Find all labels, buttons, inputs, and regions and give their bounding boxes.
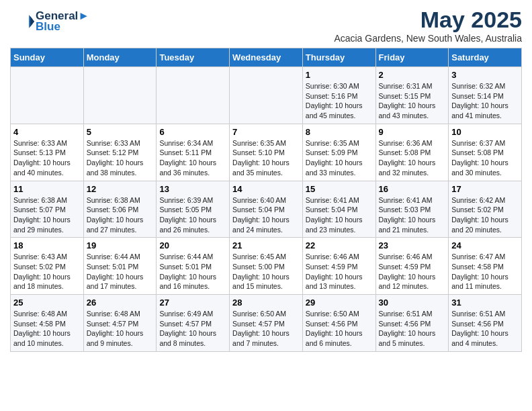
day-number: 3 (451, 70, 519, 80)
calendar-cell: 27Sunrise: 6:49 AM Sunset: 4:57 PM Dayli… (157, 295, 230, 352)
day-number: 21 (232, 240, 300, 250)
calendar-cell: 24Sunrise: 6:47 AM Sunset: 4:58 PM Dayli… (449, 238, 522, 295)
calendar-cell: 22Sunrise: 6:46 AM Sunset: 4:59 PM Dayli… (302, 238, 375, 295)
day-info: Sunrise: 6:31 AM Sunset: 5:15 PM Dayligh… (379, 81, 446, 121)
calendar-cell (230, 67, 303, 124)
dow-header-tuesday: Tuesday (157, 48, 230, 67)
day-info: Sunrise: 6:33 AM Sunset: 5:12 PM Dayligh… (87, 138, 154, 178)
day-info: Sunrise: 6:51 AM Sunset: 4:56 PM Dayligh… (451, 309, 519, 349)
calendar-cell: 9Sunrise: 6:36 AM Sunset: 5:08 PM Daylig… (375, 124, 449, 181)
calendar-cell: 11Sunrise: 6:38 AM Sunset: 5:07 PM Dayli… (11, 181, 84, 238)
calendar-cell: 26Sunrise: 6:48 AM Sunset: 4:57 PM Dayli… (83, 295, 157, 352)
day-number: 4 (13, 127, 81, 137)
day-info: Sunrise: 6:44 AM Sunset: 5:01 PM Dayligh… (159, 252, 226, 291)
day-info: Sunrise: 6:45 AM Sunset: 5:00 PM Dayligh… (232, 252, 300, 291)
week-row-3: 11Sunrise: 6:38 AM Sunset: 5:07 PM Dayli… (11, 181, 522, 238)
day-info: Sunrise: 6:48 AM Sunset: 4:57 PM Dayligh… (87, 309, 154, 349)
day-number: 30 (379, 298, 446, 308)
day-info: Sunrise: 6:32 AM Sunset: 5:14 PM Dayligh… (451, 81, 519, 121)
day-number: 17 (451, 184, 519, 194)
week-row-2: 4Sunrise: 6:33 AM Sunset: 5:13 PM Daylig… (11, 124, 522, 181)
dow-header-saturday: Saturday (449, 48, 522, 67)
calendar-cell: 8Sunrise: 6:35 AM Sunset: 5:09 PM Daylig… (302, 124, 375, 181)
calendar-cell: 20Sunrise: 6:44 AM Sunset: 5:01 PM Dayli… (157, 238, 230, 295)
subtitle: Acacia Gardens, New South Wales, Austral… (334, 33, 522, 44)
day-info: Sunrise: 6:36 AM Sunset: 5:08 PM Dayligh… (379, 138, 446, 178)
day-info: Sunrise: 6:33 AM Sunset: 5:13 PM Dayligh… (13, 138, 81, 178)
day-info: Sunrise: 6:46 AM Sunset: 4:59 PM Dayligh… (306, 252, 373, 291)
day-number: 10 (451, 127, 519, 137)
calendar-cell: 10Sunrise: 6:37 AM Sunset: 5:08 PM Dayli… (449, 124, 522, 181)
day-number: 13 (159, 184, 226, 194)
day-number: 22 (306, 240, 373, 250)
calendar-cell: 14Sunrise: 6:40 AM Sunset: 5:04 PM Dayli… (230, 181, 303, 238)
day-number: 14 (232, 184, 300, 194)
day-number: 16 (379, 184, 446, 194)
day-number: 12 (87, 184, 154, 194)
day-number: 24 (451, 240, 519, 250)
main-title: May 2025 (334, 7, 522, 33)
calendar-cell: 23Sunrise: 6:46 AM Sunset: 4:59 PM Dayli… (375, 238, 449, 295)
calendar-cell: 5Sunrise: 6:33 AM Sunset: 5:12 PM Daylig… (83, 124, 157, 181)
header-row: SundayMondayTuesdayWednesdayThursdayFrid… (11, 48, 522, 67)
day-number: 23 (379, 240, 446, 250)
calendar-cell: 16Sunrise: 6:41 AM Sunset: 5:03 PM Dayli… (375, 181, 449, 238)
day-info: Sunrise: 6:40 AM Sunset: 5:04 PM Dayligh… (232, 195, 300, 235)
header-container: General► Blue May 2025 Acacia Gardens, N… (10, 7, 522, 44)
day-info: Sunrise: 6:38 AM Sunset: 5:06 PM Dayligh… (87, 195, 154, 235)
day-number: 15 (306, 184, 373, 194)
title-section: May 2025 Acacia Gardens, New South Wales… (334, 7, 522, 44)
calendar-cell: 15Sunrise: 6:41 AM Sunset: 5:04 PM Dayli… (302, 181, 375, 238)
day-number: 18 (13, 240, 81, 250)
calendar-cell: 25Sunrise: 6:48 AM Sunset: 4:58 PM Dayli… (11, 295, 84, 352)
calendar-cell: 13Sunrise: 6:39 AM Sunset: 5:05 PM Dayli… (157, 181, 230, 238)
day-info: Sunrise: 6:50 AM Sunset: 4:57 PM Dayligh… (232, 309, 300, 349)
day-info: Sunrise: 6:41 AM Sunset: 5:03 PM Dayligh… (379, 195, 446, 235)
dow-header-sunday: Sunday (11, 48, 84, 67)
day-number: 6 (159, 127, 226, 137)
calendar-cell: 6Sunrise: 6:34 AM Sunset: 5:11 PM Daylig… (157, 124, 230, 181)
day-info: Sunrise: 6:35 AM Sunset: 5:09 PM Dayligh… (306, 138, 373, 178)
day-info: Sunrise: 6:37 AM Sunset: 5:08 PM Dayligh… (451, 138, 519, 178)
calendar-cell: 21Sunrise: 6:45 AM Sunset: 5:00 PM Dayli… (230, 238, 303, 295)
day-info: Sunrise: 6:51 AM Sunset: 4:56 PM Dayligh… (379, 309, 446, 349)
calendar-cell: 18Sunrise: 6:43 AM Sunset: 5:02 PM Dayli… (11, 238, 84, 295)
day-info: Sunrise: 6:44 AM Sunset: 5:01 PM Dayligh… (87, 252, 154, 291)
calendar-cell: 28Sunrise: 6:50 AM Sunset: 4:57 PM Dayli… (230, 295, 303, 352)
week-row-4: 18Sunrise: 6:43 AM Sunset: 5:02 PM Dayli… (11, 238, 522, 295)
calendar-cell: 2Sunrise: 6:31 AM Sunset: 5:15 PM Daylig… (375, 67, 449, 124)
day-number: 5 (87, 127, 154, 137)
dow-header-monday: Monday (83, 48, 157, 67)
day-info: Sunrise: 6:38 AM Sunset: 5:07 PM Dayligh… (13, 195, 81, 235)
day-info: Sunrise: 6:47 AM Sunset: 4:58 PM Dayligh… (451, 252, 519, 291)
logo-icon (10, 9, 34, 34)
day-info: Sunrise: 6:49 AM Sunset: 4:57 PM Dayligh… (159, 309, 226, 349)
calendar-cell: 29Sunrise: 6:50 AM Sunset: 4:56 PM Dayli… (302, 295, 375, 352)
dow-header-thursday: Thursday (302, 48, 375, 67)
calendar-cell (157, 67, 230, 124)
week-row-1: 1Sunrise: 6:30 AM Sunset: 5:16 PM Daylig… (11, 67, 522, 124)
day-info: Sunrise: 6:46 AM Sunset: 4:59 PM Dayligh… (379, 252, 446, 291)
day-info: Sunrise: 6:42 AM Sunset: 5:02 PM Dayligh… (451, 195, 519, 235)
day-info: Sunrise: 6:41 AM Sunset: 5:04 PM Dayligh… (306, 195, 373, 235)
day-number: 31 (451, 298, 519, 308)
calendar-table: SundayMondayTuesdayWednesdayThursdayFrid… (10, 48, 522, 352)
day-info: Sunrise: 6:30 AM Sunset: 5:16 PM Dayligh… (306, 81, 373, 121)
day-info: Sunrise: 6:39 AM Sunset: 5:05 PM Dayligh… (159, 195, 226, 235)
calendar-cell: 3Sunrise: 6:32 AM Sunset: 5:14 PM Daylig… (449, 67, 522, 124)
day-info: Sunrise: 6:48 AM Sunset: 4:58 PM Dayligh… (13, 309, 81, 349)
day-number: 27 (159, 298, 226, 308)
week-row-5: 25Sunrise: 6:48 AM Sunset: 4:58 PM Dayli… (11, 295, 522, 352)
calendar-cell: 30Sunrise: 6:51 AM Sunset: 4:56 PM Dayli… (375, 295, 449, 352)
day-number: 1 (306, 70, 373, 80)
day-number: 11 (13, 184, 81, 194)
dow-header-wednesday: Wednesday (230, 48, 303, 67)
day-number: 19 (87, 240, 154, 250)
day-number: 26 (87, 298, 154, 308)
day-number: 2 (379, 70, 446, 80)
calendar-cell: 17Sunrise: 6:42 AM Sunset: 5:02 PM Dayli… (449, 181, 522, 238)
day-number: 29 (306, 298, 373, 308)
calendar-cell (83, 67, 157, 124)
calendar-cell (11, 67, 84, 124)
day-info: Sunrise: 6:43 AM Sunset: 5:02 PM Dayligh… (13, 252, 81, 291)
